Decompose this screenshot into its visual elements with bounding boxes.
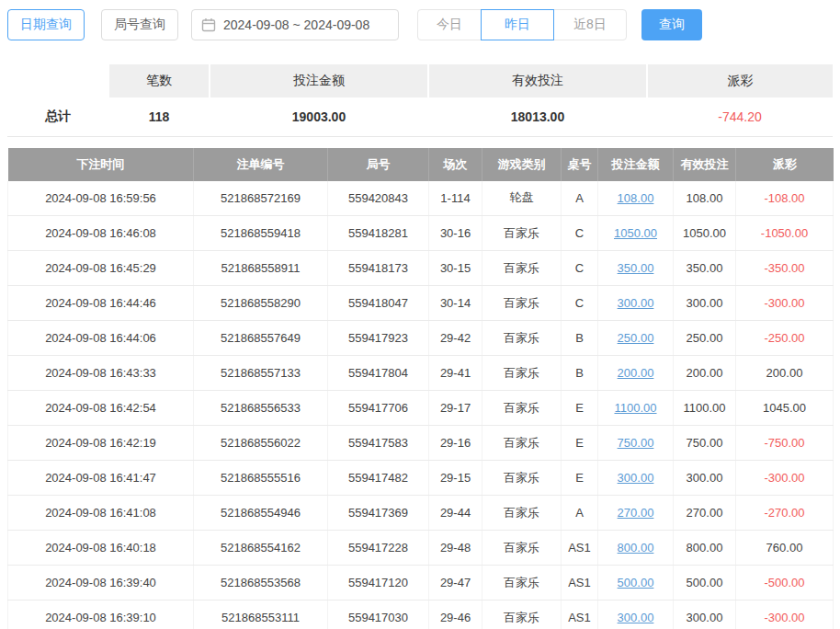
cell-session: 29-42 — [429, 321, 482, 356]
cell-valid-bet: 800.00 — [674, 531, 736, 566]
cell-game-type: 百家乐 — [482, 251, 562, 286]
bet-table: 下注时间 注单编号 局号 场次 游戏类别 桌号 投注金额 有效投注 派彩 202… — [7, 148, 834, 629]
bet-amount-link[interactable]: 300.00 — [618, 611, 654, 624]
cell-time: 2024-09-08 16:46:08 — [8, 216, 194, 251]
cell-session: 29-47 — [429, 566, 482, 600]
bet-amount-link[interactable]: 108.00 — [618, 191, 654, 205]
summary-total-payout: -744.20 — [647, 97, 833, 136]
cell-bet-id: 521868555516 — [194, 461, 328, 496]
cell-bet-amount: 750.00 — [598, 426, 674, 461]
bet-amount-link[interactable]: 800.00 — [618, 541, 654, 555]
last8days-button[interactable]: 近8日 — [553, 9, 627, 40]
bet-table-header-row: 下注时间 注单编号 局号 场次 游戏类别 桌号 投注金额 有效投注 派彩 — [8, 148, 834, 181]
header-table-no: 桌号 — [562, 148, 598, 181]
date-query-tab[interactable]: 日期查询 — [7, 9, 85, 40]
table-row: 2024-09-08 16:42:54521868556533559417706… — [8, 391, 834, 426]
cell-valid-bet: 200.00 — [674, 356, 736, 391]
table-row: 2024-09-08 16:39:10521868553111559417030… — [8, 600, 834, 629]
cell-payout: -250.00 — [736, 321, 834, 356]
cell-round-id: 559418281 — [328, 216, 429, 251]
date-range-picker[interactable]: 2024-09-08 ~ 2024-09-08 — [191, 9, 399, 40]
cell-session: 29-48 — [429, 531, 482, 566]
bet-table-body: 2024-09-08 16:59:56521868572169559420843… — [8, 181, 834, 629]
cell-round-id: 559418173 — [328, 251, 429, 286]
cell-valid-bet: 500.00 — [674, 566, 736, 600]
summary-total-count: 118 — [108, 97, 210, 136]
yesterday-button[interactable]: 昨日 — [481, 9, 554, 40]
cell-bet-amount: 300.00 — [598, 600, 674, 629]
cell-table-no: AS1 — [562, 600, 598, 629]
table-row: 2024-09-08 16:43:33521868557133559417804… — [8, 356, 834, 391]
cell-bet-amount: 350.00 — [598, 251, 674, 286]
table-row: 2024-09-08 16:40:18521868554162559417228… — [8, 531, 834, 566]
bet-amount-link[interactable]: 200.00 — [618, 366, 654, 380]
table-row: 2024-09-08 16:39:40521868553568559417120… — [8, 566, 834, 600]
summary-header-payout: 派彩 — [647, 64, 833, 97]
cell-session: 30-14 — [429, 286, 482, 321]
cell-valid-bet: 1100.00 — [674, 391, 736, 426]
date-range-text: 2024-09-08 ~ 2024-09-08 — [223, 17, 369, 32]
cell-round-id: 559417482 — [328, 461, 429, 496]
cell-bet-id: 521868554946 — [194, 496, 328, 531]
cell-table-no: A — [562, 181, 598, 216]
cell-bet-amount: 300.00 — [598, 286, 674, 321]
cell-table-no: E — [562, 461, 598, 496]
cell-time: 2024-09-08 16:42:19 — [8, 426, 194, 461]
cell-valid-bet: 300.00 — [674, 461, 736, 496]
cell-table-no: B — [562, 321, 598, 356]
summary-header-row: 笔数 投注金额 有效投注 派彩 — [7, 64, 833, 97]
today-button[interactable]: 今日 — [417, 9, 482, 40]
quick-date-group: 今日 昨日 近8日 — [417, 9, 627, 40]
search-button[interactable]: 查询 — [641, 9, 702, 40]
cell-payout: -500.00 — [736, 566, 834, 600]
cell-round-id: 559417228 — [328, 531, 429, 566]
toolbar: 日期查询 局号查询 2024-09-08 ~ 2024-09-08 今日 昨日 … — [0, 0, 840, 40]
bet-amount-link[interactable]: 270.00 — [618, 506, 654, 520]
cell-session: 29-15 — [429, 461, 482, 496]
bet-amount-link[interactable]: 350.00 — [618, 261, 654, 275]
header-session: 场次 — [429, 148, 482, 181]
cell-game-type: 百家乐 — [482, 531, 562, 566]
bet-amount-link[interactable]: 1050.00 — [614, 226, 657, 240]
cell-bet-id: 521868558290 — [194, 286, 328, 321]
cell-game-type: 轮盘 — [482, 181, 562, 216]
bet-amount-link[interactable]: 300.00 — [618, 471, 654, 485]
cell-bet-amount: 300.00 — [598, 461, 674, 496]
header-round-id: 局号 — [328, 148, 429, 181]
bet-amount-link[interactable]: 750.00 — [618, 436, 654, 450]
cell-bet-amount: 1050.00 — [598, 216, 674, 251]
cell-bet-amount: 108.00 — [598, 181, 674, 216]
cell-time: 2024-09-08 16:45:29 — [8, 251, 194, 286]
cell-game-type: 百家乐 — [482, 496, 562, 531]
summary-table: 笔数 投注金额 有效投注 派彩 总计 118 19003.00 18013.00… — [7, 64, 833, 137]
summary-header-bet-amount: 投注金额 — [210, 64, 428, 97]
cell-game-type: 百家乐 — [482, 216, 562, 251]
bet-amount-link[interactable]: 500.00 — [618, 576, 654, 589]
cell-session: 29-16 — [429, 426, 482, 461]
cell-bet-id: 521868557649 — [194, 321, 328, 356]
table-row: 2024-09-08 16:59:56521868572169559420843… — [8, 181, 834, 216]
cell-game-type: 百家乐 — [482, 356, 562, 391]
cell-bet-id: 521868553568 — [194, 566, 328, 600]
cell-valid-bet: 250.00 — [674, 321, 736, 356]
cell-bet-amount: 800.00 — [598, 531, 674, 566]
bet-amount-link[interactable]: 300.00 — [618, 296, 654, 310]
cell-bet-id: 521868556533 — [194, 391, 328, 426]
summary-total-label: 总计 — [7, 97, 108, 136]
cell-payout: -270.00 — [736, 496, 834, 531]
header-bet-amount: 投注金额 — [598, 148, 674, 181]
cell-session: 1-114 — [429, 181, 482, 216]
cell-bet-id: 521868556022 — [194, 426, 328, 461]
header-bet-id: 注单编号 — [194, 148, 328, 181]
cell-payout: -300.00 — [736, 286, 834, 321]
cell-payout: -750.00 — [736, 426, 834, 461]
bet-amount-link[interactable]: 1100.00 — [614, 401, 656, 415]
cell-time: 2024-09-08 16:40:18 — [8, 531, 194, 566]
cell-payout: -300.00 — [736, 600, 834, 629]
round-query-tab[interactable]: 局号查询 — [101, 9, 178, 40]
bet-amount-link[interactable]: 250.00 — [618, 331, 654, 345]
cell-round-id: 559417583 — [328, 426, 429, 461]
calendar-icon — [201, 17, 216, 32]
cell-round-id: 559417804 — [328, 356, 429, 391]
cell-time: 2024-09-08 16:44:06 — [8, 321, 194, 356]
